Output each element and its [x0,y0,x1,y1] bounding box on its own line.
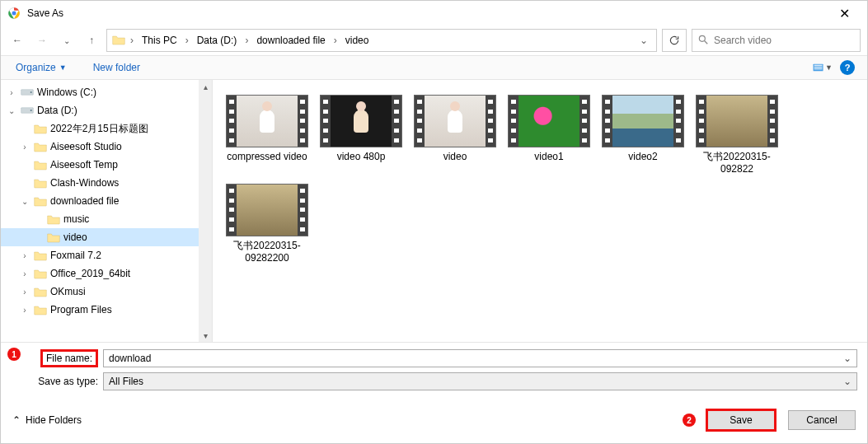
breadcrumb-thispc[interactable]: This PC [138,33,181,48]
scroll-down-icon[interactable]: ▾ [199,329,212,342]
svg-rect-6 [814,67,823,68]
file-item[interactable]: video1 [504,95,594,175]
save-form: 1 File name: ⌄ Save as type: All Files ⌄ [1,342,867,400]
organize-menu[interactable]: Organize▼ [11,58,72,77]
cancel-label: Cancel [806,414,837,426]
svg-point-1 [12,11,16,16]
expand-toggle[interactable]: › [19,287,30,297]
type-label: Save as type: [11,376,103,387]
tree-item-windows-c[interactable]: ›Windows (C:) [1,83,212,101]
chevron-down-icon: ▼ [59,63,67,72]
back-button[interactable]: ← [7,30,27,50]
address-dropdown[interactable]: ⌄ [636,35,651,46]
expand-toggle[interactable]: › [6,88,17,97]
tree-item[interactable]: ›Aiseesoft Studio [1,138,212,156]
expand-toggle[interactable]: › [19,306,30,315]
tree-label: OKmusi [50,286,86,297]
folder-icon [34,194,47,208]
help-icon: ? [840,60,855,75]
refresh-button[interactable] [662,29,687,52]
file-item[interactable]: 飞书20220315-092822 [692,95,781,175]
annotation-badge-1: 1 [7,348,21,361]
type-value: All Files [109,376,840,387]
file-item[interactable]: compressed video [223,95,312,175]
expand-toggle[interactable]: › [19,251,30,260]
video-thumbnail [414,95,496,147]
tree-item[interactable]: Clash-Windows [1,174,212,192]
tree-label: Foxmail 7.2 [50,250,101,261]
breadcrumb-drive[interactable]: Data (D:) [194,33,241,48]
folder-icon [112,34,125,47]
folder-icon [34,303,47,316]
new-folder-label: New folder [93,62,140,73]
file-label: video1 [534,151,563,163]
close-button[interactable]: ✕ [828,6,861,21]
help-button[interactable]: ? [838,58,857,77]
app-icon [7,7,21,20]
tree-label: video [63,231,87,243]
filename-input[interactable] [109,353,840,364]
tree-item-data-d[interactable]: ⌄Data (D:) [1,101,212,119]
file-label: video2 [628,151,657,163]
folder-tree[interactable]: ›Windows (C:) ⌄Data (D:) 2022年2月15日标题图 ›… [1,80,213,342]
file-pane[interactable]: compressed video video 480p video video1… [213,80,867,342]
chevron-down-icon[interactable]: ⌄ [840,376,852,387]
new-folder-button[interactable]: New folder [88,58,145,77]
tree-item[interactable]: ›Program Files [1,301,212,319]
filename-label-wrap: 1 File name: [11,349,103,367]
up-button[interactable]: ↑ [82,30,101,50]
tree-item[interactable]: Aiseesoft Temp [1,156,212,174]
dialog-footer: ⌃ Hide Folders 2 Save Cancel [1,400,867,443]
expand-toggle[interactable]: › [19,269,30,278]
folder-icon [34,176,47,189]
folder-icon [47,231,60,244]
tree-item[interactable]: ›Foxmail 7.2 [1,246,212,264]
breadcrumb-folder[interactable]: downloaded file [253,33,328,48]
address-bar[interactable]: › This PC › Data (D:) › downloaded file … [106,29,657,52]
filename-combo[interactable]: ⌄ [103,349,857,367]
video-thumbnail [508,95,590,147]
tree-item[interactable]: 2022年2月15日标题图 [1,119,212,138]
recent-dropdown[interactable]: ⌄ [57,30,77,50]
tree-item[interactable]: ›OKmusi [1,283,212,301]
tree-label: Clash-Windows [50,177,119,189]
chevron-right-icon: › [129,35,135,46]
folder-icon [34,140,47,153]
search-input[interactable] [714,35,855,46]
tree-item-downloaded[interactable]: ⌄downloaded file [1,192,212,210]
tree-label: downloaded file [50,195,119,207]
toolbar: Organize▼ New folder ▼ ? [1,55,867,80]
navbar: ← → ⌄ ↑ › This PC › Data (D:) › download… [1,26,867,55]
filename-label: File name: [40,349,98,367]
breadcrumb-current[interactable]: video [342,33,373,48]
tree-label: 2022年2月15日标题图 [50,122,148,136]
tree-item[interactable]: ›Office_2019_64bit [1,264,212,283]
tree-item-video[interactable]: video [1,228,212,246]
file-item[interactable]: video 480p [317,95,406,175]
folder-icon [34,249,47,262]
chevron-right-icon: › [243,35,250,46]
hide-folders-toggle[interactable]: ⌃ Hide Folders [12,414,82,426]
tree-label: Aiseesoft Studio [50,141,122,152]
window-title: Save As [27,7,828,19]
search-box[interactable] [692,29,861,52]
main-area: ›Windows (C:) ⌄Data (D:) 2022年2月15日标题图 ›… [1,80,867,342]
file-item[interactable]: video2 [598,95,687,175]
tree-scrollbar[interactable]: ▴ ▾ [199,80,212,342]
forward-button[interactable]: → [32,30,52,50]
chevron-up-icon: ⌃ [12,414,21,426]
video-thumbnail [696,95,778,147]
save-button[interactable]: Save [706,409,777,432]
tree-label: Aiseesoft Temp [50,159,118,171]
collapse-toggle[interactable]: ⌄ [19,197,30,206]
cancel-button[interactable]: Cancel [788,410,856,430]
file-item[interactable]: video [411,95,500,175]
collapse-toggle[interactable]: ⌄ [6,106,17,115]
chevron-down-icon[interactable]: ⌄ [840,353,852,364]
view-menu[interactable]: ▼ [813,58,833,77]
scroll-up-icon[interactable]: ▴ [199,80,212,93]
type-combo[interactable]: All Files ⌄ [103,372,857,390]
tree-item-music[interactable]: music [1,210,212,228]
file-item[interactable]: 飞书20220315-09282200 [223,184,312,264]
expand-toggle[interactable]: › [19,143,30,152]
